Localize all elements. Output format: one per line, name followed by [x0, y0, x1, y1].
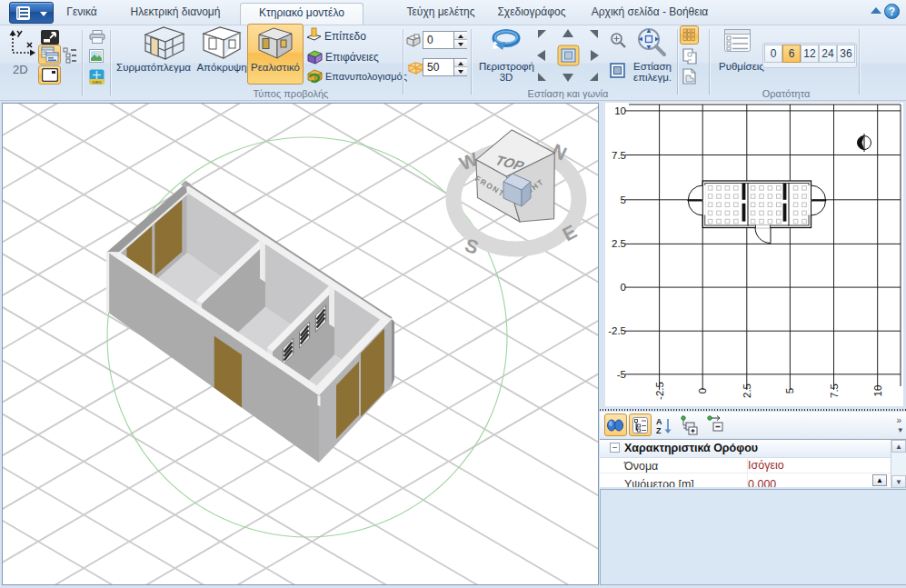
svg-text:DWG: DWG	[93, 80, 102, 85]
svg-text:-2.5: -2.5	[608, 325, 626, 336]
svg-text:7.5: 7.5	[829, 384, 840, 398]
svg-text:10: 10	[614, 105, 626, 116]
svg-text:Z: Z	[656, 426, 662, 434]
svg-text:7.5: 7.5	[612, 150, 626, 161]
svg-text:5: 5	[784, 388, 795, 394]
svg-text:5: 5	[621, 194, 626, 205]
svg-text:10: 10	[872, 385, 883, 397]
svg-text:-2.5: -2.5	[654, 382, 665, 400]
svg-text:A: A	[656, 417, 662, 426]
svg-text:0: 0	[621, 282, 626, 293]
svg-text:2.5: 2.5	[742, 384, 752, 398]
svg-text:2.5: 2.5	[612, 238, 626, 249]
svg-text:-5: -5	[617, 369, 626, 380]
svg-text:0: 0	[697, 388, 708, 394]
